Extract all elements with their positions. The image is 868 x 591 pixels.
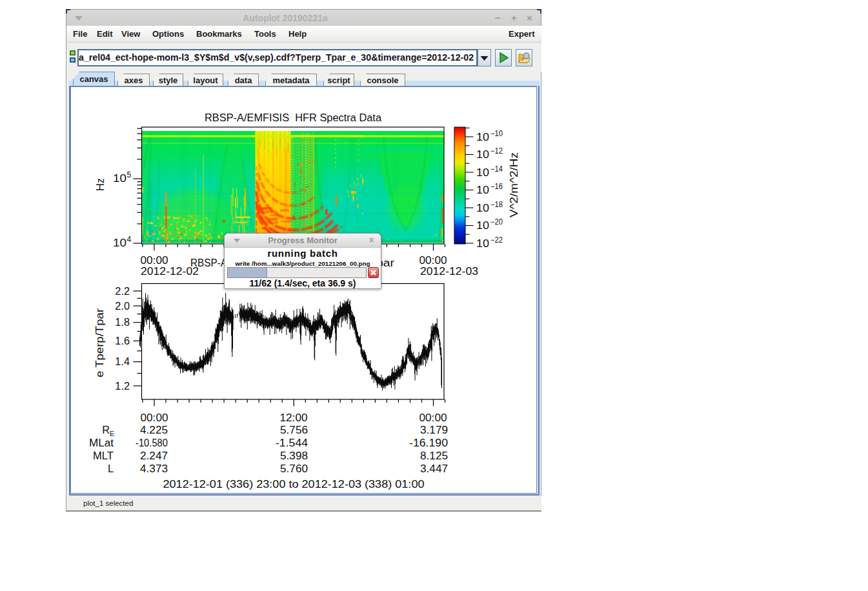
svg-text:−20: −20 xyxy=(490,217,503,226)
svg-text:-10.580: -10.580 xyxy=(136,437,168,448)
svg-text:RBSP-A/EMFISIS HFR Spectra Da: RBSP-A/EMFISIS HFR Spectra Data xyxy=(205,112,382,123)
svg-text:2012-12-03: 2012-12-03 xyxy=(420,265,478,277)
svg-text:2.0: 2.0 xyxy=(115,300,130,312)
svg-text:1.2: 1.2 xyxy=(115,380,130,392)
svg-text:4.373: 4.373 xyxy=(140,463,168,474)
svg-text:1.4: 1.4 xyxy=(115,356,130,367)
svg-text:MLT: MLT xyxy=(93,450,114,461)
svg-text:−10: −10 xyxy=(490,129,503,138)
svg-text:2.247: 2.247 xyxy=(140,450,168,461)
svg-text:−18: −18 xyxy=(490,200,503,209)
svg-text:8.125: 8.125 xyxy=(420,450,448,461)
svg-text:3.447: 3.447 xyxy=(420,463,448,474)
svg-text:V^2/m^2/Hz: V^2/m^2/Hz xyxy=(508,152,520,217)
svg-text:5.398: 5.398 xyxy=(280,450,308,461)
svg-text:10: 10 xyxy=(476,148,489,160)
svg-text:10: 10 xyxy=(113,172,126,184)
svg-text:−14: −14 xyxy=(490,165,503,174)
svg-text:00:00: 00:00 xyxy=(419,254,447,266)
svg-text:10: 10 xyxy=(476,131,489,143)
svg-text:−12: −12 xyxy=(490,146,503,155)
svg-text:00:00: 00:00 xyxy=(141,412,168,423)
svg-text:5.756: 5.756 xyxy=(280,424,308,436)
svg-text:-16.190: -16.190 xyxy=(409,437,448,448)
svg-text:-1.544: -1.544 xyxy=(276,437,308,448)
svg-text:MLat: MLat xyxy=(89,437,114,448)
svg-text:10: 10 xyxy=(476,202,489,214)
svg-text:2.2: 2.2 xyxy=(115,285,130,297)
svg-text:00:00: 00:00 xyxy=(141,254,168,266)
svg-text:R: R xyxy=(102,424,110,436)
svg-text:5.760: 5.760 xyxy=(280,463,308,474)
svg-text:4.225: 4.225 xyxy=(140,424,168,436)
svg-text:1.6: 1.6 xyxy=(115,335,130,346)
svg-text:1.8: 1.8 xyxy=(115,316,130,328)
svg-text:3.179: 3.179 xyxy=(420,424,448,436)
svg-text:10: 10 xyxy=(476,237,489,249)
svg-text:4: 4 xyxy=(127,235,132,244)
svg-text:5: 5 xyxy=(127,170,132,179)
svg-text:L: L xyxy=(108,463,114,474)
svg-text:10: 10 xyxy=(113,237,126,248)
svg-text:10: 10 xyxy=(476,219,489,231)
svg-text:−16: −16 xyxy=(490,182,503,191)
svg-text:10: 10 xyxy=(476,184,489,195)
svg-text:00:00: 00:00 xyxy=(419,412,447,423)
svg-text:2012-12-01 (336) 23:00 to 2012: 2012-12-01 (336) 23:00 to 2012-12-03 (33… xyxy=(163,478,425,490)
svg-text:RBSP-A: RBSP-A xyxy=(190,257,227,268)
svg-text:Hz: Hz xyxy=(94,178,106,191)
svg-text:10: 10 xyxy=(476,166,489,178)
svg-text:−22: −22 xyxy=(490,235,503,245)
svg-text:12:00: 12:00 xyxy=(280,412,308,423)
svg-text:e Tperp/Tpar: e Tperp/Tpar xyxy=(94,308,105,377)
